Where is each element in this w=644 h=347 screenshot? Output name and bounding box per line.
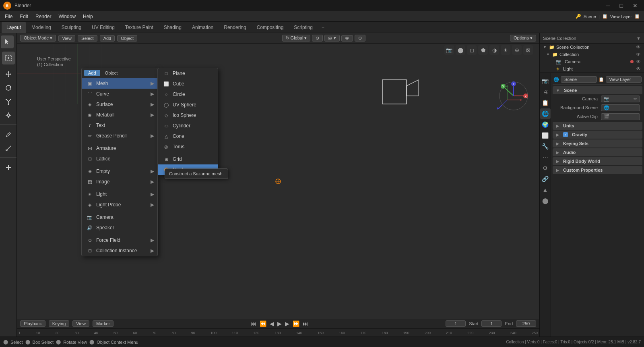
submenu-cylinder[interactable]: ⬭ Cylinder [158, 121, 218, 131]
submenu-uv-sphere[interactable]: ◯ UV Sphere [158, 100, 218, 110]
menu-collection-instance[interactable]: ⊞ Collection Instance ▶ [82, 245, 157, 256]
tab-rendering[interactable]: Rendering [219, 22, 251, 33]
step-forward-btn[interactable]: ▶ [285, 320, 289, 327]
cursor-tool[interactable] [1, 35, 14, 48]
output-props-tab[interactable]: 🖨 [540, 87, 551, 97]
submenu-circle[interactable]: ○ Circle [158, 89, 218, 100]
bg-scene-value-field[interactable]: 🌐 [601, 104, 640, 111]
add-tab[interactable]: Add [84, 70, 100, 76]
physics-props-tab[interactable]: ⚙ [540, 163, 551, 173]
tab-scripting[interactable]: Scripting [289, 22, 318, 33]
camera-value-field[interactable]: 📷 ✏ [601, 96, 640, 102]
object-mode-selector[interactable]: Object Mode ▾ [20, 35, 56, 42]
material-preview-btn[interactable]: ◑ [489, 45, 499, 55]
units-section-header[interactable]: ▶ Units [553, 122, 642, 130]
transform-tool[interactable] [2, 109, 15, 122]
object-menu[interactable]: Object [117, 35, 137, 42]
add-workspace-button[interactable]: + [318, 24, 328, 31]
rotate-tool[interactable] [2, 81, 15, 94]
end-frame-field[interactable]: 250 [516, 320, 536, 327]
gravity-section-header[interactable]: ▶ ✓ Gravity [553, 131, 642, 139]
scene-collection-vis-btn[interactable]: 👁 [636, 44, 641, 50]
tab-animation[interactable]: Animation [187, 22, 218, 33]
add-primitive-tool[interactable] [2, 161, 15, 174]
menu-armature[interactable]: ⋈ Armature [82, 143, 157, 154]
options-button[interactable]: Options ▾ [510, 35, 536, 42]
object-props-tab[interactable]: ⬜ [540, 130, 551, 141]
tab-layout[interactable]: Layout [2, 22, 26, 33]
keying-sets-section-header[interactable]: ▶ Keying Sets [553, 139, 642, 148]
menu-edit[interactable]: Edit [17, 13, 31, 20]
material-props-tab[interactable]: ⬤ [540, 195, 551, 206]
menu-camera[interactable]: 📷 Camera [82, 212, 157, 222]
audio-section-header[interactable]: ▶ Audio [553, 148, 642, 156]
camera-view-btn[interactable]: 📷 [444, 45, 454, 55]
timeline-ruler[interactable]: 1 10 20 30 40 50 60 70 80 90 100 110 [17, 328, 539, 337]
scene-selector[interactable]: Scene [561, 76, 597, 83]
gravity-checkbox[interactable]: ✓ [563, 132, 568, 137]
submenu-grid[interactable]: ⊞ Grid [158, 154, 218, 164]
custom-props-section-header[interactable]: ▶ Custom Properties [553, 166, 642, 174]
coord-system-selector[interactable]: ↻ Global ▾ [282, 35, 311, 42]
viewport[interactable]: User Perspective (1) Collection [17, 44, 539, 319]
menu-surface[interactable]: ◈ Surface ▶ [82, 99, 157, 110]
world-props-tab[interactable]: 🌍 [540, 119, 551, 130]
menu-mesh[interactable]: ▣ Mesh ▶ [82, 78, 157, 89]
close-button[interactable]: ✕ [630, 2, 641, 9]
menu-empty[interactable]: ⊕ Empty ▶ [82, 166, 157, 177]
viewport-shading-toggle[interactable]: ⬤ [456, 45, 465, 55]
overlay-toggle[interactable]: ⊕ [355, 35, 365, 42]
menu-force-field[interactable]: ⊙ Force Field ▶ [82, 235, 157, 245]
snap-toggle[interactable]: ⊙ [312, 35, 323, 42]
add-menu-btn[interactable]: Add [100, 35, 115, 42]
menu-image[interactable]: 🖼 Image ▶ [82, 177, 157, 187]
menu-window[interactable]: Window [55, 13, 79, 20]
rigid-body-section-header[interactable]: ▶ Rigid Body World [553, 157, 642, 165]
view-layer-selector[interactable]: View Layer [606, 76, 642, 83]
scale-tool[interactable] [2, 95, 15, 108]
playback-menu[interactable]: Playback [20, 320, 45, 327]
camera-vis-btn[interactable]: 👁 [636, 59, 641, 64]
tab-sculpting[interactable]: Sculpting [57, 22, 86, 33]
tab-modeling[interactable]: Modeling [27, 22, 56, 33]
view-menu-timeline[interactable]: View [72, 320, 89, 327]
camera-edit-btn[interactable]: ✏ [634, 96, 637, 102]
jump-start-btn[interactable]: ⏮ [251, 320, 256, 327]
submenu-cone[interactable]: △ Cone [158, 131, 218, 141]
menu-help[interactable]: Help [80, 13, 96, 20]
submenu-plane[interactable]: □ Plane [158, 68, 218, 79]
tab-compositing[interactable]: Compositing [252, 22, 289, 33]
solid-shade-btn[interactable]: ⬟ [478, 45, 488, 55]
scene-props-tab[interactable]: 🌐 [540, 108, 551, 119]
menu-light[interactable]: ☀ Light ▶ [82, 189, 157, 199]
annotate-tool[interactable] [2, 128, 15, 141]
jump-end-btn[interactable]: ⏭ [303, 320, 308, 327]
play-btn[interactable]: ▶ [277, 320, 282, 327]
keying-menu[interactable]: Keying [49, 320, 70, 327]
minimize-button[interactable]: ─ [603, 2, 613, 9]
light-item[interactable]: ☀ Light 👁 [540, 65, 644, 73]
menu-grease-pencil[interactable]: ✏ Grease Pencil ▶ [82, 131, 157, 141]
data-props-tab[interactable]: ▲ [540, 185, 551, 195]
scene-collection-item[interactable]: ▼ 📁 Scene Collection 👁 [540, 44, 644, 51]
move-tool[interactable] [2, 68, 15, 81]
collection-vis-btn[interactable]: 👁 [636, 52, 641, 57]
scene-section-header[interactable]: ▼ Scene [553, 86, 642, 94]
navigation-gizmo[interactable]: X Y Z [497, 80, 530, 112]
menu-text[interactable]: T Text [82, 120, 157, 131]
tab-uv-editing[interactable]: UV Editing [87, 22, 120, 33]
start-frame-field[interactable]: 1 [481, 320, 502, 327]
menu-render[interactable]: Render [32, 13, 54, 20]
submenu-ico-sphere[interactable]: ◇ Ico Sphere [158, 110, 218, 121]
current-frame-field[interactable]: 1 [446, 320, 466, 327]
select-menu[interactable]: Select [78, 35, 97, 42]
menu-metaball[interactable]: ◉ Metaball ▶ [82, 110, 157, 120]
outliner-filter-btn[interactable]: ▼ [636, 36, 641, 41]
prev-keyframe-btn[interactable]: ⏪ [260, 320, 266, 327]
measure-tool[interactable] [2, 142, 15, 155]
xray-btn[interactable]: ⊠ [523, 45, 533, 55]
step-back-btn[interactable]: ◀ [270, 320, 274, 327]
marker-menu[interactable]: Marker [93, 320, 114, 327]
tab-shading[interactable]: Shading [159, 22, 186, 33]
camera-item[interactable]: 📷 Camera 👁 [540, 58, 644, 65]
